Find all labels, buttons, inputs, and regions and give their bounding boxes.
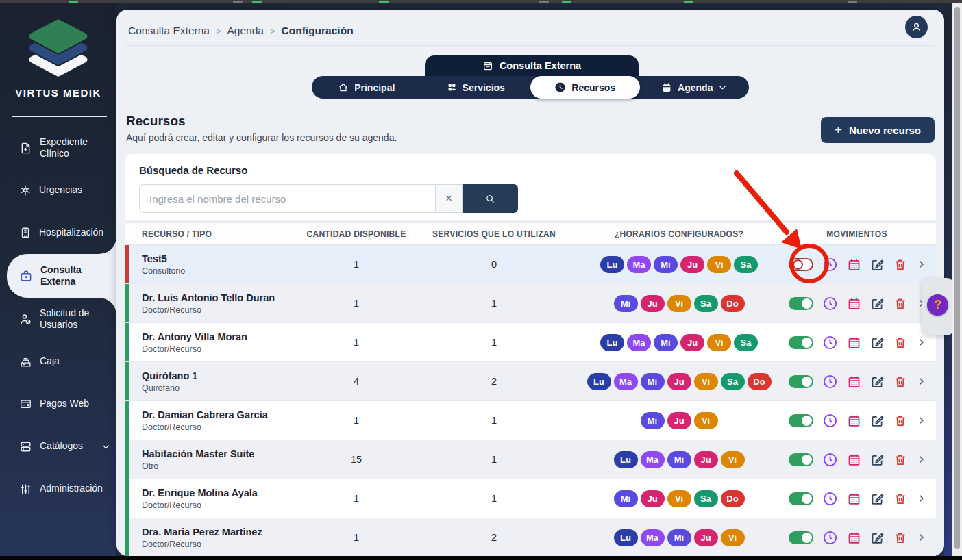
edit-icon[interactable] — [870, 257, 885, 272]
breadcrumb-consulta-externa[interactable]: Consulta Externa — [128, 25, 210, 37]
edit-icon[interactable] — [870, 413, 885, 428]
calendar-icon[interactable] — [847, 413, 861, 428]
day-badge: Vi — [667, 490, 691, 507]
chevron-right-icon[interactable] — [916, 454, 927, 465]
calendar-icon[interactable] — [847, 257, 861, 272]
delete-trash-icon[interactable] — [893, 257, 907, 272]
page-subtitle: Aquí podrá crear, editar y configurar lo… — [126, 132, 397, 143]
resource-name: Habitación Master Suite — [142, 448, 305, 461]
resource-name: Dr. Enrique Molina Ayala — [142, 487, 305, 500]
sidebar-item-expediente-clinico[interactable]: Expediente Clínico — [0, 127, 116, 169]
sidebar-item-catalogos[interactable]: Catálogos — [0, 425, 116, 468]
browser-tab-strip — [0, 0, 962, 3]
resource-type: Doctor/Recurso — [142, 305, 305, 315]
cantidad-value: 1 — [305, 532, 408, 543]
calendar-icon[interactable] — [847, 335, 861, 350]
page-title: Recursos — [126, 114, 186, 129]
delete-trash-icon[interactable] — [893, 335, 907, 350]
delete-trash-icon[interactable] — [893, 413, 907, 428]
sidebar-item-administracion[interactable]: Administración — [0, 468, 116, 510]
col-recurso-tipo: RECURSO / TIPO — [125, 229, 305, 239]
calendar-icon[interactable] — [847, 296, 861, 311]
row-status-strip — [125, 362, 129, 400]
delete-trash-icon[interactable] — [893, 374, 907, 389]
enable-toggle-on[interactable] — [789, 297, 813, 310]
enable-toggle-on[interactable] — [789, 375, 813, 388]
tab-agenda[interactable]: Agenda — [640, 76, 750, 99]
calendar-icon[interactable] — [847, 374, 861, 389]
resource-name: Dr. Damian Cabrera García — [142, 409, 305, 422]
row-status-strip — [125, 284, 129, 322]
schedule-clock-icon[interactable] — [822, 413, 838, 429]
day-badge: Ma — [641, 529, 665, 546]
chevron-right-icon[interactable] — [916, 493, 927, 504]
schedule-clock-icon[interactable] — [822, 530, 838, 546]
edit-icon[interactable] — [870, 492, 885, 506]
schedule-clock-icon[interactable] — [822, 491, 838, 507]
help-button[interactable]: ? — [927, 294, 948, 316]
sliders-icon — [19, 483, 32, 496]
day-badge: Vi — [721, 529, 745, 546]
edit-icon[interactable] — [870, 531, 885, 545]
day-badge: Ju — [694, 529, 718, 546]
enable-toggle-off[interactable] — [789, 258, 813, 271]
tab-servicios[interactable]: Servicios — [421, 76, 531, 99]
schedule-clock-icon[interactable] — [822, 335, 838, 351]
tab-recursos[interactable]: Recursos — [530, 76, 640, 99]
calendar-icon[interactable] — [847, 531, 861, 545]
clear-search-button[interactable]: × — [435, 184, 463, 213]
calendar-icon[interactable] — [847, 453, 861, 467]
sidebar-item-pagos-web[interactable]: Pagos Web — [0, 383, 116, 425]
user-avatar-button[interactable] — [905, 16, 928, 38]
schedule-clock-icon[interactable] — [822, 257, 838, 272]
edit-icon[interactable] — [870, 296, 885, 311]
sidebar-item-caja[interactable]: Caja — [0, 340, 116, 383]
schedule-clock-icon[interactable] — [822, 296, 838, 311]
day-badge: Do — [721, 295, 745, 312]
sidebar-divider — [12, 116, 107, 117]
search-panel: Búsqueda de Recurso × — [125, 154, 936, 220]
servicios-value: 1 — [408, 493, 580, 504]
enable-toggle-on[interactable] — [789, 336, 813, 349]
calendar-icon[interactable] — [847, 492, 861, 506]
edit-icon[interactable] — [870, 453, 885, 467]
chevron-right-icon[interactable] — [916, 415, 927, 426]
schedule-clock-icon[interactable] — [822, 452, 838, 468]
enable-toggle-on[interactable] — [789, 414, 813, 427]
sidebar-item-consulta-externa[interactable]: Consulta Externa — [7, 254, 116, 298]
plus-icon: + — [835, 123, 842, 138]
delete-trash-icon[interactable] — [893, 492, 907, 506]
tab-principal[interactable]: Principal — [312, 76, 421, 99]
search-button[interactable] — [463, 184, 518, 213]
sidebar-item-hospitalizacion[interactable]: Hospitalización — [0, 212, 116, 254]
chevron-right-icon[interactable] — [916, 532, 927, 543]
chevron-right-icon[interactable] — [916, 259, 927, 270]
scrollbar-thumb[interactable] — [954, 7, 960, 549]
new-resource-button[interactable]: + Nuevo recurso — [821, 117, 935, 143]
breadcrumb-agenda[interactable]: Agenda — [227, 25, 264, 37]
edit-icon[interactable] — [870, 335, 885, 350]
schedule-clock-icon[interactable] — [822, 374, 838, 390]
sidebar-item-urgencias[interactable]: Urgencias — [0, 169, 116, 212]
chevron-right-icon[interactable] — [916, 376, 927, 387]
enable-toggle-on[interactable] — [789, 531, 813, 544]
table-body: Test5 Consultorio 1 0 LuMaMiJuViSa — [125, 245, 936, 556]
resource-name: Dr. Antony Villa Moran — [142, 331, 305, 344]
file-plus-icon — [19, 142, 32, 155]
day-badge: Ju — [680, 256, 704, 273]
delete-trash-icon[interactable] — [893, 453, 907, 467]
enable-toggle-on[interactable] — [789, 453, 813, 466]
delete-trash-icon[interactable] — [893, 296, 907, 311]
day-badge: Mi — [614, 490, 638, 507]
sidebar-item-solicitud-usuarios[interactable]: Solicitud de Usuarios — [0, 298, 116, 340]
module-title: Consulta Externa — [500, 60, 581, 71]
enable-toggle-on[interactable] — [789, 492, 813, 505]
brand-logo: VIRTUS MEDIK — [0, 3, 116, 99]
day-badge: Lu — [614, 529, 638, 546]
edit-icon[interactable] — [870, 374, 885, 389]
breadcrumb: Consulta Externa > Agenda > Configuració… — [128, 19, 354, 42]
row-actions — [778, 491, 936, 507]
search-input[interactable] — [139, 184, 435, 213]
chevron-right-icon[interactable] — [916, 337, 927, 348]
delete-trash-icon[interactable] — [893, 531, 907, 545]
